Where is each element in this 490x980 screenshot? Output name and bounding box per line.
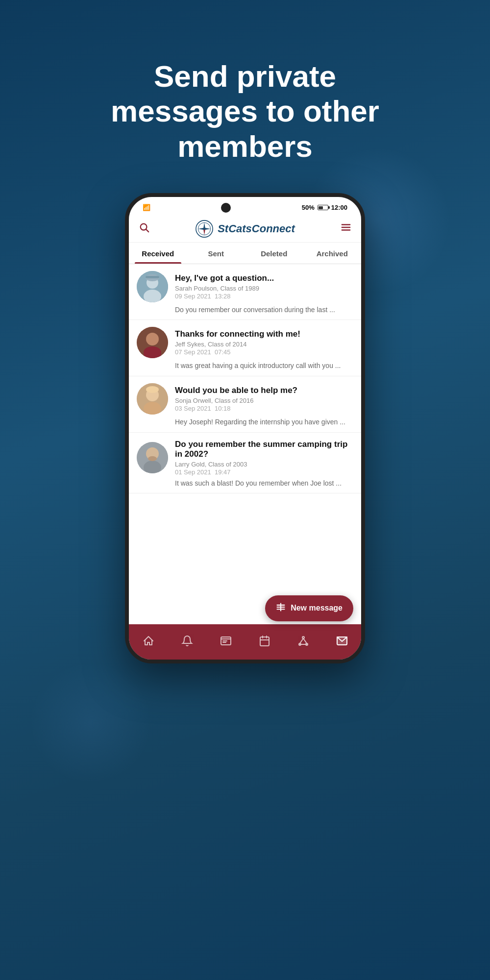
svg-marker-7: [204, 228, 211, 230]
new-message-button[interactable]: New message: [265, 595, 353, 621]
message-item[interactable]: Do you remember the summer camping trip …: [129, 433, 361, 494]
svg-line-1: [146, 229, 148, 232]
tab-deleted[interactable]: Deleted: [245, 243, 303, 264]
message-subject: Hey, I've got a question...: [175, 273, 353, 283]
camera-notch: [221, 203, 231, 213]
avatar: [137, 271, 168, 302]
avatar: [137, 327, 168, 358]
svg-rect-16: [146, 276, 159, 278]
svg-point-20: [144, 346, 161, 358]
clock: 12:00: [331, 204, 347, 211]
message-date: 01 Sep 2021 19:47: [175, 468, 353, 476]
bottom-nav: [129, 624, 361, 660]
svg-marker-4: [203, 222, 205, 229]
message-preview: Do you remember our conversation during …: [137, 305, 353, 315]
message-item[interactable]: Would you be able to help me? Sonja Orwe…: [129, 376, 361, 433]
svg-line-44: [300, 638, 303, 643]
nav-messages-icon[interactable]: [216, 631, 236, 651]
message-tabs: Received Sent Deleted Archived: [129, 243, 361, 264]
message-preview: It was such a blast! Do you remember whe…: [137, 479, 353, 489]
nav-network-icon[interactable]: [294, 631, 313, 651]
message-subject: Thanks for connecting with me!: [175, 329, 353, 339]
nav-mail-icon[interactable]: [332, 631, 352, 651]
wifi-icon: 📶: [143, 204, 150, 211]
tab-sent[interactable]: Sent: [187, 243, 245, 264]
message-sender: Sarah Poulson, Class of 1989: [175, 285, 353, 292]
message-date: 03 Sep 2021 10:18: [175, 405, 353, 412]
nav-calendar-icon[interactable]: [255, 631, 274, 651]
message-date: 07 Sep 2021 07:45: [175, 348, 353, 356]
hero-heading: Send private messages to other members: [78, 59, 412, 164]
messages-list: Hey, I've got a question... Sarah Poulso…: [129, 264, 361, 624]
avatar: [137, 383, 168, 415]
svg-point-8: [204, 228, 205, 229]
compose-icon: [276, 602, 286, 614]
battery-icon: [318, 205, 328, 210]
nav-bell-icon[interactable]: [177, 631, 197, 651]
new-message-label: New message: [291, 604, 343, 612]
search-icon[interactable]: [139, 222, 149, 236]
message-preview: Hey Joseph! Regarding the internship you…: [137, 417, 353, 427]
svg-point-18: [146, 333, 159, 345]
message-date: 09 Sep 2021 13:28: [175, 293, 353, 300]
message-preview: It was great having a quick introductory…: [137, 361, 353, 371]
message-subject: Do you remember the summer camping trip …: [175, 440, 353, 459]
message-sender: Larry Gold, Class of 2003: [175, 461, 353, 468]
message-sender: Jeff Sykes, Class of 2014: [175, 341, 353, 348]
app-logo: StCatsConnect: [195, 220, 295, 238]
tab-received[interactable]: Received: [129, 243, 187, 264]
message-sender: Sonja Orwell, Class of 2016: [175, 397, 353, 404]
status-bar: 📶 50% 12:00: [129, 197, 361, 216]
message-subject: Would you be able to help me?: [175, 386, 353, 395]
message-item[interactable]: Thanks for connecting with me! Jeff Syke…: [129, 320, 361, 376]
compass-logo-icon: [195, 220, 214, 238]
tab-archived[interactable]: Archived: [303, 243, 362, 264]
svg-point-28: [148, 456, 157, 461]
battery-percentage: 50%: [302, 204, 315, 211]
app-header: StCatsConnect: [129, 216, 361, 243]
menu-icon[interactable]: [341, 222, 351, 235]
phone-mockup: 📶 50% 12:00: [125, 193, 365, 663]
svg-marker-5: [203, 229, 205, 235]
svg-marker-6: [198, 228, 204, 230]
svg-point-24: [146, 386, 159, 393]
avatar: [137, 442, 168, 473]
message-item[interactable]: Hey, I've got a question... Sarah Poulso…: [129, 264, 361, 320]
svg-rect-37: [260, 637, 269, 646]
svg-line-45: [303, 638, 307, 643]
nav-home-icon[interactable]: [139, 631, 158, 651]
logo-text: StCatsConnect: [218, 222, 295, 235]
